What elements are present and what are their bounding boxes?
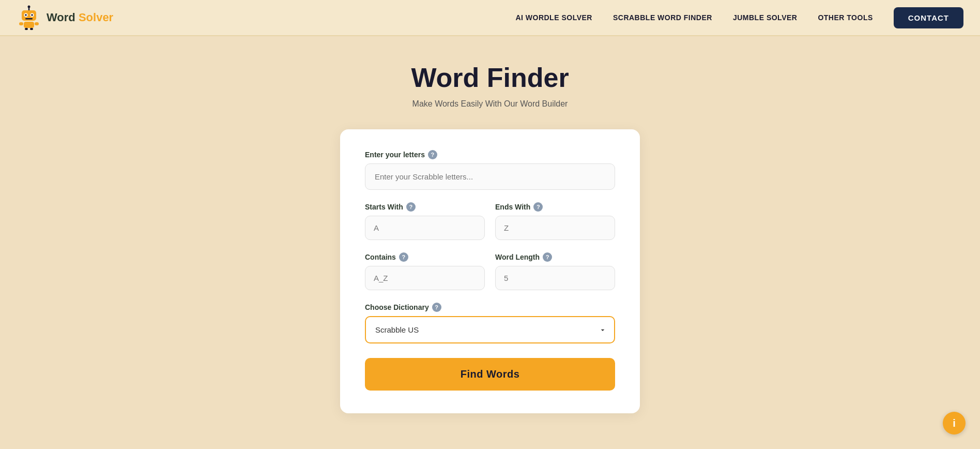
logo-solver-text: Solver [75, 11, 113, 24]
nav-other-tools[interactable]: OTHER TOOLS [818, 13, 872, 22]
info-button[interactable]: i [943, 412, 966, 435]
page-subtitle: Make Words Easily With Our Word Builder [412, 99, 568, 109]
find-words-button[interactable]: Find Words [365, 358, 615, 391]
contains-input[interactable] [365, 266, 485, 290]
svg-rect-8 [24, 22, 34, 28]
letters-help-icon[interactable]: ? [428, 150, 437, 159]
logo-robot-icon [17, 5, 41, 30]
contains-group: Contains ? [365, 252, 485, 290]
word-length-help-icon[interactable]: ? [543, 252, 552, 262]
main-nav: AI WORDLE SOLVER SCRABBLE WORD FINDER JU… [515, 13, 872, 22]
page-title: Word Finder [411, 62, 569, 93]
ends-with-help-icon[interactable]: ? [533, 202, 543, 212]
word-length-group: Word Length ? [495, 252, 615, 290]
logo-word-text: Word [47, 11, 75, 24]
letters-label: Enter your letters ? [365, 150, 615, 159]
letters-input[interactable] [365, 163, 615, 190]
svg-rect-12 [30, 28, 33, 30]
svg-rect-10 [35, 22, 39, 25]
ends-with-input[interactable] [495, 216, 615, 240]
starts-with-group: Starts With ? [365, 202, 485, 240]
dictionary-help-icon[interactable]: ? [432, 303, 441, 312]
dictionary-group: Choose Dictionary ? Scrabble US Scrabble… [365, 303, 615, 358]
header: Word Solver AI WORDLE SOLVER SCRABBLE WO… [0, 0, 980, 36]
form-card: Enter your letters ? Starts With ? Ends … [340, 129, 640, 413]
main-content: Word Finder Make Words Easily With Our W… [0, 36, 980, 444]
contains-length-row: Contains ? Word Length ? [365, 252, 615, 290]
svg-point-6 [31, 14, 33, 16]
nav-jumble[interactable]: JUMBLE SOLVER [733, 13, 797, 22]
svg-point-5 [25, 14, 27, 16]
contact-button[interactable]: CONTACT [894, 7, 963, 28]
letters-field-group: Enter your letters ? [365, 150, 615, 202]
ends-with-group: Ends With ? [495, 202, 615, 240]
starts-with-help-icon[interactable]: ? [406, 202, 416, 212]
nav-ai-wordle[interactable]: AI WORDLE SOLVER [515, 13, 592, 22]
starts-with-input[interactable] [365, 216, 485, 240]
svg-rect-7 [25, 18, 33, 20]
svg-rect-9 [19, 22, 23, 25]
word-length-input[interactable] [495, 266, 615, 290]
contains-help-icon[interactable]: ? [399, 252, 408, 262]
svg-rect-11 [25, 28, 28, 30]
dictionary-select[interactable]: Scrabble US Scrabble UK Words With Frien… [365, 316, 615, 343]
starts-ends-row: Starts With ? Ends With ? [365, 202, 615, 240]
logo[interactable]: Word Solver [17, 5, 113, 30]
svg-point-1 [28, 6, 30, 8]
nav-scrabble-finder[interactable]: SCRABBLE WORD FINDER [613, 13, 712, 22]
